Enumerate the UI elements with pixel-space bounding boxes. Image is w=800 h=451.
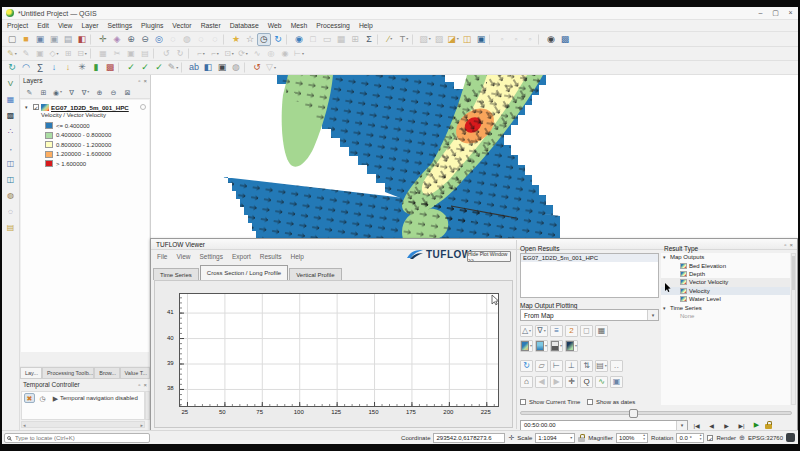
select-features-icon[interactable]: □ [306, 33, 320, 46]
add-wms-icon[interactable]: ▤ [4, 221, 18, 234]
result-type-item[interactable]: Velocity [661, 287, 790, 295]
hide-plot-window-button[interactable]: Hide Plot Window >> [467, 251, 511, 262]
tuflow-menu-item[interactable]: View [176, 253, 190, 260]
mesh-export-icon[interactable]: ↓ [47, 61, 61, 74]
result-type-item[interactable]: ▾ Time Series [661, 303, 790, 311]
plot-area[interactable]: 25507510012515017520022538394041 [154, 280, 513, 428]
close-panel-icon[interactable]: × [143, 382, 147, 388]
data-source-icon[interactable]: ▩ [558, 33, 572, 46]
tuflow-menu-item[interactable]: Export [232, 253, 251, 260]
label-highlight-icon[interactable]: ◍ [229, 61, 243, 74]
pan-to-selection-icon[interactable]: ◈ [110, 33, 124, 46]
select-free-icon[interactable]: ◦ [509, 33, 523, 46]
elevation-bars-icon[interactable]: ▮ [89, 61, 103, 74]
dock-tab[interactable]: Processing Toolb... [42, 367, 94, 378]
style-manager-icon[interactable]: ◧ [75, 33, 89, 46]
layout-add-icon[interactable]: ◪ [446, 33, 460, 46]
tuflow-menu-item[interactable]: File [157, 253, 167, 260]
coordinate-field[interactable]: 293542.0,6178273.6 [433, 433, 505, 443]
add-raster-layer-icon[interactable]: ▦ [4, 93, 18, 106]
menu-item[interactable]: Layer [81, 22, 98, 29]
undo-icon[interactable]: ↺ [159, 47, 173, 60]
axis-y-icon[interactable]: ⊥ [565, 360, 578, 372]
temporal-fixed-icon[interactable]: ◷ [37, 393, 48, 403]
new-bookmark-icon[interactable]: ★ [229, 33, 243, 46]
result-type-item[interactable]: ▾ Map Outputs [661, 253, 790, 261]
first-timestep-button[interactable]: |◀ [690, 422, 703, 429]
new-map-view-icon[interactable]: ▨ [432, 33, 446, 46]
last-timestep-button[interactable]: ▶| [735, 422, 748, 429]
pan-plot-icon[interactable]: ✛ [565, 376, 578, 388]
add-postgis-icon[interactable]: ◫ [4, 173, 18, 186]
open-layer-styling-icon[interactable]: ✎ [24, 87, 35, 97]
plot-select-icon[interactable]: ◻ [580, 325, 593, 337]
new-layout-icon[interactable]: ▤ [61, 33, 75, 46]
trim-extend-icon[interactable]: ⊢ [292, 47, 306, 60]
check-1-icon[interactable]: ✓ [124, 61, 138, 74]
collapse-all-icon[interactable]: ⊖ [108, 87, 119, 97]
mesh-calculator-icon[interactable]: ∑ [33, 61, 47, 74]
map-output-plotting-combo[interactable]: From Map ▾ [520, 309, 659, 321]
menu-item[interactable]: Help [359, 22, 373, 29]
plot-secondary-axis-icon[interactable]: 2 [565, 325, 578, 337]
label-settings-icon[interactable]: ◧ [201, 61, 215, 74]
expand-all-icon[interactable]: ⊕ [94, 87, 105, 97]
sep[interactable] [223, 34, 228, 45]
menu-item[interactable]: Edit [37, 22, 49, 29]
open-project-icon[interactable]: ■ [19, 33, 33, 46]
dock-tab[interactable]: Lay... [20, 367, 42, 378]
close-panel-icon[interactable]: × [789, 242, 793, 248]
manage-themes-icon[interactable]: ◉ [52, 87, 63, 97]
add-virtual-icon[interactable]: ◌ [4, 205, 18, 218]
decorations-icon[interactable]: ▧ [418, 33, 432, 46]
locator-search[interactable] [4, 433, 150, 443]
scale-combo[interactable]: 1:1094▾ [535, 433, 575, 443]
sep[interactable] [412, 34, 417, 45]
contour-map-style-icon[interactable] [535, 340, 548, 352]
result-type-item[interactable]: None [661, 312, 790, 320]
digitize-icon[interactable]: ◇ [47, 47, 61, 60]
deselect-icon[interactable]: ▭ [320, 33, 334, 46]
clear-plot-icon[interactable]: ▱ [535, 360, 548, 372]
check-3-icon[interactable]: ✓ [152, 61, 166, 74]
layer-name[interactable]: EG07_1D2D_5m_001_HPC [51, 104, 129, 111]
menu-item[interactable]: Project [7, 22, 28, 29]
legend-box-icon[interactable]: ▤ [595, 360, 608, 372]
add-record-icon[interactable]: ⊞ [61, 47, 75, 60]
simplify-icon[interactable]: ∿ [250, 47, 264, 60]
result-type-item[interactable]: Depth [661, 270, 790, 278]
pan-map-icon[interactable]: ✛ [96, 33, 110, 46]
tuflow-tab[interactable]: Cross Section / Long Profile [200, 265, 288, 280]
current-edits-icon[interactable]: ✎ [5, 47, 19, 60]
close-button[interactable]: × [783, 7, 798, 19]
sep[interactable] [489, 34, 494, 45]
show-as-dates-checkbox[interactable]: Show as dates [587, 399, 635, 405]
add-group-icon[interactable]: ⊞ [38, 87, 49, 97]
add-mesh-layer-icon[interactable]: ▩ [4, 109, 18, 122]
dock-panel-icon[interactable]: ▫ [784, 242, 786, 248]
mesh-reload-icon[interactable]: ↻ [5, 61, 19, 74]
menu-item[interactable]: Mesh [291, 22, 308, 29]
menu-item[interactable]: Web [268, 22, 282, 29]
select-poly-icon[interactable]: ◦ [495, 33, 509, 46]
sep[interactable] [90, 34, 95, 45]
dock-panel-icon[interactable]: ▫ [138, 78, 140, 84]
sep[interactable] [181, 62, 186, 73]
cross-section-style-icon[interactable] [550, 340, 563, 352]
split-features-icon[interactable]: ⌐ [208, 47, 222, 60]
sep[interactable] [244, 62, 249, 73]
remove-layer-icon[interactable]: ⊠ [122, 87, 133, 97]
dock-tab[interactable]: Value T... [120, 367, 150, 378]
close-panel-icon[interactable]: × [143, 78, 147, 84]
crs-code[interactable]: EPSG:32760 [748, 435, 783, 441]
cut-features-icon[interactable]: ✂ [110, 47, 124, 60]
temporal-hscrollbar[interactable]: ◂▸ [21, 421, 145, 428]
tuflow-menu-item[interactable]: Settings [199, 253, 223, 260]
paste-features-icon[interactable]: ▤ [138, 47, 152, 60]
dock-tab[interactable]: Brow... [94, 367, 119, 378]
tuflow-tab[interactable]: Time Series [153, 268, 199, 280]
tuflow-menu-item[interactable]: Results [260, 253, 282, 260]
mesh-import-icon[interactable]: ↓ [61, 61, 75, 74]
reshape-icon[interactable]: ⌐ [194, 47, 208, 60]
label-pin-icon[interactable]: ▣ [215, 61, 229, 74]
